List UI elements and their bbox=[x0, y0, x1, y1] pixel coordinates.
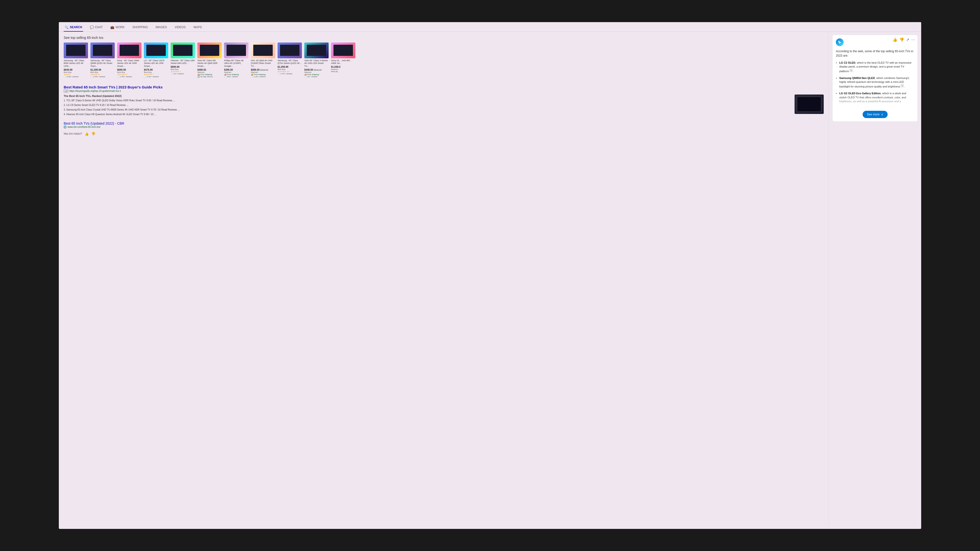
list-item[interactable]: Samsung - 65" Class Q70A Series QLED 4K.… bbox=[278, 43, 302, 78]
list-item[interactable]: Samsung - 65" Class 8000 Series LED 4K U… bbox=[64, 43, 88, 78]
product-price: $898.00 $568.00 bbox=[251, 68, 275, 71]
shipping-info: 🚚 Free shipping bbox=[197, 73, 222, 76]
result-content: The Best 65 Inch TVs, Ranked (Updated 20… bbox=[64, 95, 824, 118]
product-name: Sony - 65" Class X80K Series LED 4K HDR … bbox=[117, 59, 142, 68]
list-item[interactable]: 1. TCL 65" Class 6-Series 4K UHD QLED Do… bbox=[64, 99, 792, 102]
thumbs-down-button[interactable]: 👎 bbox=[91, 132, 95, 136]
share-button[interactable]: ↗ bbox=[906, 37, 909, 42]
product-store: Best Buy bbox=[117, 71, 142, 73]
list-item[interactable]: Vizio 65" Class M6 Series 4K Qled HDR Sm… bbox=[197, 43, 222, 78]
shipping-info: 🚚 Free shipping bbox=[251, 73, 275, 76]
cbr-title[interactable]: Best 65 Inch TVs (Updated 2022) - CBR bbox=[64, 121, 124, 125]
product-name: Onn. 65 Qled 4K UHD (2160P) Roku Smart T… bbox=[251, 59, 275, 68]
list-item[interactable]: Sony - 65" Class X80K Series LED 4K HDR … bbox=[117, 43, 142, 78]
cbr-url-text[interactable]: www.cbr.com/best-65-inch-tvs/ bbox=[68, 125, 100, 128]
product-views: 🕒 2.7K+ viewed bbox=[278, 73, 302, 75]
product-views: 🕒 2.5K+ viewed bbox=[91, 76, 115, 78]
citation-badge[interactable]: 1 bbox=[850, 69, 853, 72]
cbr-url: 🌐 www.cbr.com/best-65-inch-tvs/ bbox=[64, 125, 824, 129]
tv-name: Samsung QN90A Neo QLED bbox=[839, 76, 875, 79]
tv-screen bbox=[226, 45, 246, 56]
product-views: 🕒 3.3K+ viewed bbox=[64, 76, 88, 78]
result-title[interactable]: Best Rated 65 Inch Smart TVs | 2023 Buye… bbox=[64, 85, 824, 89]
product-stars: ★★★★★ 1 bbox=[144, 73, 168, 76]
tv-screen bbox=[119, 45, 139, 56]
list-item[interactable]: LG - 65" Class UQ75 Series LED 4K UHD Sm… bbox=[144, 43, 168, 78]
result-ad: Ad https://buyersguide.org/top-10-guide/… bbox=[64, 90, 824, 92]
tab-images-label: IMAGES bbox=[156, 25, 167, 29]
list-item[interactable]: 3. Samsung 65-Inch Class Crystal UHD TU-… bbox=[64, 108, 792, 111]
result-url[interactable]: https://buyersguide.org/top-10-guide/sma… bbox=[69, 90, 121, 92]
product-name: Vizio 65" Class V-Series 4K UHD LED Smar… bbox=[304, 59, 329, 68]
list-item[interactable]: Philips 65" Class 4K Ultra HD (2160P) Go… bbox=[224, 43, 248, 78]
tab-chat-label: CHAT bbox=[95, 25, 103, 29]
search-result: Best Rated 65 Inch Smart TVs | 2023 Buye… bbox=[64, 85, 824, 118]
chat-icon: 💬 bbox=[90, 25, 94, 29]
product-price: $1,099.99 bbox=[91, 68, 115, 71]
tab-images[interactable]: IMAGES bbox=[154, 24, 168, 31]
tab-maps-label: MAPS bbox=[194, 25, 202, 29]
product-image bbox=[251, 43, 275, 58]
ai-list: LG C2 OLED, which is the best OLED TV wi… bbox=[836, 61, 914, 103]
product-name: LG - 65" Class UQ75 Series LED 4K UHD Sm… bbox=[144, 59, 168, 68]
product-views: 🕒 1.5K+ viewed bbox=[117, 76, 142, 78]
shipping-info: Free sh... bbox=[331, 70, 355, 73]
product-store: Amazon bbox=[331, 68, 355, 70]
product-price: $1,698.0 bbox=[331, 65, 355, 68]
list-item[interactable]: 2. LG C9 Series Smart OLED TV 9.20 / 10 … bbox=[64, 103, 792, 107]
product-store: Best Buy bbox=[278, 68, 302, 70]
product-store: Best Buy bbox=[64, 71, 88, 73]
product-image bbox=[91, 43, 115, 58]
tv-name: LG C2 OLED bbox=[839, 61, 855, 64]
list-item[interactable]: Onn. 65 Qled 4K UHD (2160P) Roku Smart T… bbox=[251, 43, 275, 78]
list-item[interactable]: Hisense - 65" Class U8H Series Mini LED.… bbox=[170, 43, 195, 78]
ad-badge: Ad bbox=[64, 90, 68, 92]
citation-badge[interactable]: 1 bbox=[900, 84, 904, 87]
product-views: 🕒 1K+ viewed bbox=[304, 76, 329, 78]
main-content: See top selling 65-inch tvs Samsung - 65… bbox=[59, 32, 921, 528]
list-item[interactable]: 4. Hisense 65-Inch Class H8 Quantum Seri… bbox=[64, 113, 792, 116]
see-more-button[interactable]: See more ∨ bbox=[862, 111, 888, 118]
ai-actions: 👍 👎 ↗ ⋯ bbox=[892, 37, 915, 42]
product-store: Best Buy bbox=[170, 68, 195, 70]
tab-shopping[interactable]: SHOPPING bbox=[132, 24, 149, 31]
product-image bbox=[331, 43, 355, 58]
ai-card: 👍 👎 ↗ ⋯ According to the web, some of th… bbox=[832, 35, 918, 122]
result-text: The Best 65 Inch TVs, Ranked (Updated 20… bbox=[64, 95, 792, 118]
ai-intro: According to the web, some of the top se… bbox=[836, 49, 914, 58]
product-image bbox=[170, 43, 195, 58]
product-store: Walmart bbox=[304, 71, 329, 73]
tab-work[interactable]: 💼 WORK bbox=[110, 24, 126, 32]
product-image bbox=[117, 43, 142, 58]
tab-search[interactable]: 🔍 SEARCH bbox=[64, 24, 83, 32]
product-price: $448.00 $528.00 bbox=[304, 68, 329, 71]
list-item[interactable]: Samsung - 65" Class Q80B QLED 4K Smart T… bbox=[91, 43, 115, 78]
product-price: $398.00 bbox=[224, 68, 248, 71]
tv-screen bbox=[66, 45, 86, 56]
tab-videos[interactable]: VIDEOS bbox=[174, 24, 187, 31]
tv-screen bbox=[200, 45, 219, 56]
tab-work-label: WORK bbox=[115, 25, 124, 29]
thumbs-up-button[interactable]: 👍 bbox=[892, 37, 897, 42]
product-stars: ★★★★★ 1K+ bbox=[278, 70, 302, 73]
thumbs-up-button[interactable]: 👍 bbox=[84, 132, 89, 136]
tv-screen bbox=[173, 45, 192, 56]
more-options-button[interactable]: ⋯ bbox=[911, 37, 915, 42]
product-carousel[interactable]: Samsung - 65" Class 8000 Series LED 4K U… bbox=[64, 43, 824, 81]
product-name: Samsung - 65" Class 8000 Series LED 4K U… bbox=[64, 59, 88, 68]
product-name: Sony OL... Inch BR... A80K Se... bbox=[331, 59, 355, 65]
tab-maps[interactable]: MAPS bbox=[192, 24, 203, 31]
product-price: $899.99 bbox=[170, 65, 195, 68]
list-item[interactable]: Vizio 65" Class V-Series 4K UHD LED Smar… bbox=[304, 43, 329, 78]
list-item[interactable]: Sony OL... Inch BR... A80K Se... $1,698.… bbox=[331, 43, 355, 78]
thumbs-down-button[interactable]: 👎 bbox=[899, 37, 904, 42]
chevron-down-icon: ∨ bbox=[881, 113, 883, 116]
product-name: Hisense - 65" Class U8H Series Mini LED.… bbox=[170, 59, 195, 65]
list-item: LG C2 OLED, which is the best OLED TV wi… bbox=[836, 61, 914, 73]
tv-screen bbox=[334, 45, 353, 56]
helpful-label: Was this helpful? bbox=[64, 132, 82, 135]
tab-chat[interactable]: 💬 CHAT bbox=[89, 24, 104, 32]
see-more-container: See more ∨ bbox=[836, 108, 914, 118]
tab-shopping-label: SHOPPING bbox=[132, 25, 148, 29]
tv-screen bbox=[280, 45, 299, 56]
